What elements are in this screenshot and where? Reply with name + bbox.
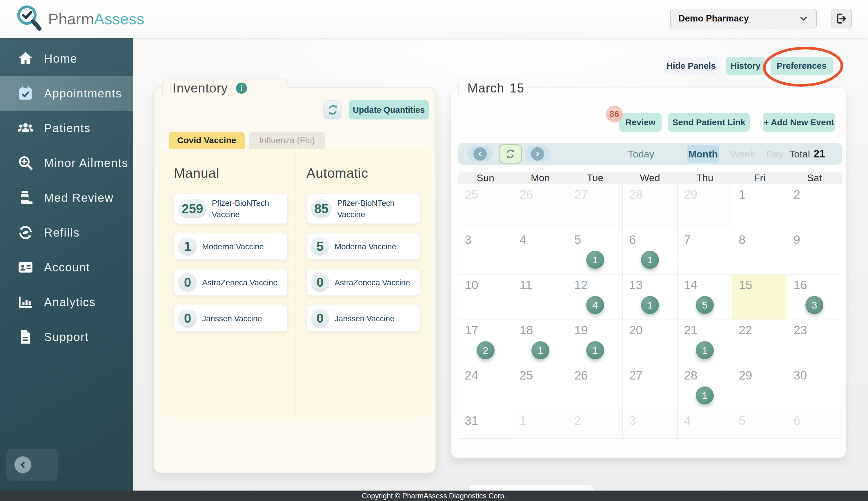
calendar-day-cell[interactable]: 9 bbox=[787, 229, 842, 275]
sidebar-item-analytics[interactable]: Analytics bbox=[0, 285, 133, 320]
calendar-day-cell[interactable]: 7 bbox=[677, 229, 732, 275]
add-new-event-button[interactable]: + Add New Event bbox=[763, 113, 835, 132]
calendar-day-cell[interactable]: 23 bbox=[787, 320, 842, 365]
sidebar-item-minor-ailments[interactable]: Minor Ailments bbox=[0, 146, 133, 180]
tab-influenza-flu[interactable]: Influenza (Flu) bbox=[249, 132, 325, 149]
calendar-day-cell[interactable]: 10 bbox=[458, 275, 513, 320]
vaccine-name: AstraZeneca Vaccine bbox=[334, 277, 410, 288]
vaccine-count-badge: 0 bbox=[311, 273, 329, 292]
day-number: 29 bbox=[684, 188, 698, 202]
calendar-day-cell[interactable]: 3 bbox=[458, 229, 513, 275]
calendar-day-cell[interactable]: 6 bbox=[787, 410, 842, 439]
logout-button[interactable] bbox=[831, 9, 852, 29]
calendar-day-cell[interactable]: 4 bbox=[677, 410, 732, 439]
review-button[interactable]: Review bbox=[619, 113, 662, 132]
event-count-badge: 1 bbox=[586, 341, 604, 359]
calendar-day-cell[interactable]: 29 bbox=[732, 365, 787, 410]
calendar-day-cell[interactable]: 15 bbox=[732, 275, 787, 320]
tab-covid-vaccine[interactable]: Covid Vaccine bbox=[169, 132, 245, 149]
event-count-badge: 2 bbox=[476, 341, 495, 359]
calendar-day-cell[interactable]: 30 bbox=[787, 365, 842, 410]
sidebar-item-med-review[interactable]: Med Review bbox=[0, 180, 133, 215]
sidebar-item-support[interactable]: Support bbox=[0, 320, 133, 354]
calendar-day-cell[interactable]: 27 bbox=[623, 365, 677, 410]
calendar-day-cell[interactable]: 5 bbox=[732, 410, 787, 439]
day-number: 3 bbox=[465, 233, 471, 247]
chevron-right-icon bbox=[531, 147, 544, 161]
calendar-day-cell[interactable]: 28 bbox=[623, 184, 677, 229]
day-number: 26 bbox=[574, 369, 588, 382]
calendar-day-cell[interactable]: 2 bbox=[787, 184, 842, 229]
calendar-day-cell[interactable]: 281 bbox=[677, 365, 732, 410]
calendar-refresh-button[interactable] bbox=[499, 145, 522, 163]
sidebar-item-patients[interactable]: Patients bbox=[0, 111, 133, 146]
column-title: Automatic bbox=[307, 165, 430, 181]
calendar-day-cell[interactable]: 8 bbox=[732, 229, 787, 275]
review-count-badge: 86 bbox=[606, 106, 623, 122]
day-number: 25 bbox=[519, 369, 533, 382]
sidebar-item-appointments[interactable]: Appointments bbox=[0, 76, 133, 111]
event-count-badge: 1 bbox=[696, 386, 714, 404]
view-button-month[interactable]: Month bbox=[687, 145, 719, 163]
inventory-refresh-button[interactable] bbox=[323, 100, 342, 119]
day-number: 15 bbox=[739, 278, 752, 292]
calendar-day-cell[interactable]: 22 bbox=[732, 320, 787, 365]
event-count-badge: 1 bbox=[586, 251, 604, 269]
sidebar-item-account[interactable]: Account bbox=[0, 250, 133, 285]
calendar-day-cell[interactable]: 181 bbox=[513, 320, 568, 365]
day-number: 18 bbox=[519, 323, 533, 337]
calendar-day-cell[interactable]: 26 bbox=[513, 184, 568, 229]
calendar-prev-button[interactable] bbox=[467, 146, 493, 162]
day-number: 2 bbox=[574, 414, 581, 428]
day-number: 27 bbox=[629, 369, 643, 382]
history-button[interactable]: History bbox=[726, 57, 765, 75]
id-card-icon bbox=[16, 258, 35, 277]
calendar-day-cell[interactable]: 27 bbox=[568, 184, 623, 229]
calendar-day-cell[interactable]: 124 bbox=[568, 275, 623, 320]
calendar-day-cell[interactable]: 163 bbox=[787, 275, 842, 320]
inventory-tabs: Covid VaccineInfluenza (Flu) bbox=[169, 132, 325, 149]
calendar-day-cell[interactable]: 25 bbox=[458, 184, 513, 229]
info-icon[interactable] bbox=[235, 82, 248, 95]
calendar-day-cell[interactable]: 3 bbox=[623, 410, 677, 439]
calendar-day-cell[interactable]: 29 bbox=[677, 184, 732, 229]
hide-panels-button[interactable]: Hide Panels bbox=[664, 57, 718, 75]
day-number: 20 bbox=[629, 323, 643, 337]
calendar-day-cell[interactable]: 11 bbox=[513, 275, 568, 320]
calendar-day-cell[interactable]: 2 bbox=[568, 410, 623, 439]
calendar-day-cell[interactable]: 26 bbox=[568, 365, 623, 410]
calendar-day-cell[interactable]: 1 bbox=[732, 184, 787, 229]
calendar-day-cell[interactable]: 211 bbox=[677, 320, 732, 365]
calendar-day-cell[interactable]: 145 bbox=[677, 275, 732, 320]
vaccine-card: 0AstraZeneca Vaccine bbox=[174, 269, 288, 296]
calendar-day-cell[interactable]: 51 bbox=[568, 229, 623, 275]
pharmacy-select[interactable]: Demo Pharmacy bbox=[670, 9, 817, 29]
sidebar-collapse-button[interactable] bbox=[7, 449, 58, 481]
view-button-week[interactable]: Week bbox=[730, 148, 755, 160]
calendar-day-cell[interactable]: 61 bbox=[623, 229, 677, 275]
view-button-day[interactable]: Day bbox=[766, 148, 783, 160]
calendar-day-cell[interactable]: 191 bbox=[568, 320, 623, 365]
today-button[interactable]: Today bbox=[628, 143, 654, 165]
inventory-column-manual: Manual259Pfizer-BioNTech Vaccine1Moderna… bbox=[159, 149, 295, 417]
day-number: 6 bbox=[793, 414, 800, 428]
app-logo[interactable]: PharmAssess bbox=[15, 4, 144, 34]
calendar-day-cell[interactable]: 31 bbox=[458, 410, 513, 439]
calendar-next-button[interactable] bbox=[525, 146, 550, 162]
send-patient-link-button[interactable]: Send Patient Link bbox=[668, 113, 750, 132]
sidebar-item-home[interactable]: Home bbox=[0, 41, 133, 76]
sidebar-item-label: Home bbox=[44, 52, 77, 65]
calendar-day-cell[interactable]: 131 bbox=[623, 275, 677, 320]
vaccine-name: Moderna Vaccine bbox=[334, 241, 396, 252]
preferences-button[interactable]: Preferences bbox=[771, 57, 833, 75]
calendar-day-cell[interactable]: 1 bbox=[513, 410, 568, 439]
event-count-badge: 1 bbox=[641, 251, 659, 269]
day-number: 4 bbox=[684, 414, 690, 428]
sidebar-item-refills[interactable]: Refills bbox=[0, 215, 133, 250]
calendar-day-cell[interactable]: 172 bbox=[458, 320, 513, 365]
calendar-day-cell[interactable]: 25 bbox=[513, 365, 568, 410]
calendar-day-cell[interactable]: 20 bbox=[623, 320, 677, 365]
calendar-day-cell[interactable]: 24 bbox=[458, 365, 513, 410]
update-quantities-button[interactable]: Update Quantities bbox=[349, 100, 429, 119]
calendar-day-cell[interactable]: 4 bbox=[513, 229, 568, 275]
